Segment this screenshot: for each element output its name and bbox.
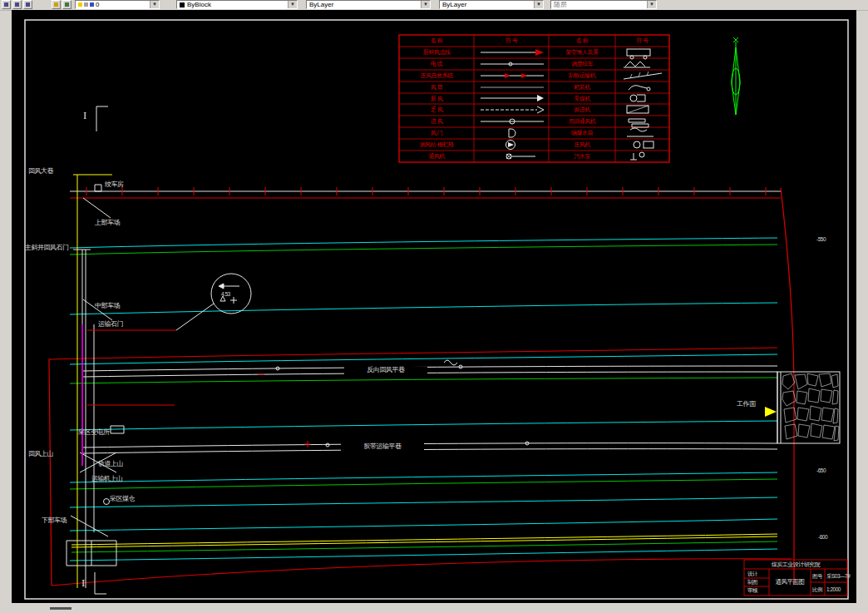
legend-row-label: 压风自救系统 (400, 72, 473, 78)
legend-symbol-cable-line (481, 62, 544, 66)
cross-mark-icon (230, 297, 237, 304)
gallery-red-marks (258, 374, 311, 447)
toolbar-button-1[interactable] (2, 0, 11, 9)
legend-symbol-rock-loader (629, 86, 650, 91)
plotstyle-combo[interactable]: 随层 ▼ (550, 0, 657, 9)
label-working-face: 工作面 (737, 401, 756, 408)
tool-icon (26, 2, 30, 7)
color-combo[interactable]: ByBlock ▼ (176, 0, 298, 9)
freeze-icon (84, 2, 88, 7)
chevron-down-icon[interactable]: ▼ (647, 1, 656, 8)
titleblock-no-label: 图号 (812, 574, 822, 580)
section-marks (95, 106, 108, 594)
titleblock-org: 煤炭工业设计研究院 (744, 561, 847, 567)
leader-line (176, 304, 214, 330)
legend-header-symbol-1: 符 号 (474, 37, 549, 43)
contour-cyan-3 (70, 354, 777, 364)
legend-row-label: 新 风 (400, 96, 473, 101)
legend-row-label: 新鲜风流线 (400, 49, 473, 55)
survey-baseline (70, 187, 781, 198)
legend-symbol-compressor (634, 141, 653, 148)
legend-row-label: 压风机 (550, 141, 614, 147)
station-mark (326, 443, 329, 447)
lineweight-combo[interactable]: ByLayer ▼ (439, 0, 544, 9)
detail-callout (176, 274, 251, 330)
face-arrow-icon (765, 407, 777, 417)
toolbar-button-3[interactable] (23, 0, 32, 9)
titleblock-scale-label: 比例 (812, 587, 822, 593)
north-arrow-icon (732, 37, 740, 115)
label-elevation-600: -600 (818, 534, 827, 540)
contour-cyan-6 (70, 497, 777, 507)
layer-combo-value: 0 (96, 1, 99, 8)
titleblock-draft-label: 制图 (747, 580, 757, 586)
tool-icon (4, 2, 8, 7)
label-lower-yard: 下部车场 (42, 517, 67, 525)
legend-symbol-water-bag-barrier (627, 128, 653, 136)
lineweight-combo-value: ByLayer (442, 1, 466, 8)
layer-states-button[interactable] (62, 0, 72, 9)
lock-icon (90, 2, 94, 7)
legend-row-label: 耙装机 (550, 84, 614, 90)
label-return-air-gallery: 反向回风平巷 (344, 367, 427, 374)
legend-header-name-2: 名 称 (549, 37, 615, 43)
color-swatch-icon (180, 2, 185, 7)
bulb-icon (78, 2, 82, 7)
legend-symbol-shearer (630, 95, 645, 101)
legend-symbol-return-air-arrow (481, 106, 544, 113)
boundary-left (49, 359, 52, 586)
cad-window: 0 ▼ ByBlock ▼ ByLayer ▼ ByLayer ▼ 随层 ▼ (0, 0, 868, 613)
legend-row-label: 刮板运输机 (550, 72, 614, 78)
section-mark-top: I (83, 110, 86, 121)
contour-lines (49, 238, 777, 561)
toolbar-button-2[interactable] (12, 0, 22, 9)
contour-cyan-1 (70, 238, 777, 248)
label-upper-yard: 上部车场 (95, 220, 120, 227)
legend-row-label: 调度绞车 (550, 61, 614, 67)
airway-yellow (73, 175, 112, 588)
legend-symbols-right (624, 49, 662, 160)
legend-row-label: 局部通风机 (550, 118, 614, 124)
legend-symbol-intake-air-arrow (481, 95, 544, 101)
label-conveyor-incline: 运输机上山 (91, 476, 123, 483)
layer-combo[interactable]: 0 ▼ (75, 0, 160, 9)
label-return-main-roadway: 回风大巷 (28, 168, 53, 175)
legend-row-label: 测风站·栅栏格 (400, 141, 473, 147)
legend-header-name-1: 名 称 (399, 37, 474, 43)
drawing-canvas[interactable]: 回风大巷 绞车房 上部车场 主斜井回风石门 中部车场 运输石门 采区变电所 回风… (12, 10, 856, 603)
color-combo-value: ByBlock (187, 1, 211, 8)
section-mark-bottom: I (81, 577, 85, 589)
chevron-down-icon[interactable]: ▼ (421, 1, 430, 8)
titleblock-scale-value: 1:2000 (826, 587, 841, 593)
contour-green-1 (70, 245, 777, 255)
legend-row-label: 风 筒 (400, 84, 473, 90)
layer-state-icon (65, 2, 69, 7)
label-callout-value: 4.53 (221, 291, 230, 297)
boundary-bottom (52, 559, 792, 586)
contour-cyan-4 (70, 421, 777, 430)
chevron-down-icon[interactable]: ▼ (150, 1, 159, 8)
linetype-combo[interactable]: ByLayer ▼ (306, 0, 431, 9)
layers-dialog-button[interactable] (52, 0, 61, 9)
legend-row-label: 风 门 (400, 130, 473, 136)
titleblock-drawing-title: 通风平面图 (769, 579, 811, 586)
label-middle-yard: 中部车场 (95, 303, 120, 310)
label-main-incline-crosscut: 主斜井回风石门 (25, 245, 69, 252)
legend-header-symbol-2: 符 号 (615, 37, 669, 43)
arrowhead-icon (219, 284, 224, 289)
legend-symbol-main-fan (506, 154, 535, 159)
legend-row-label: 污水泵 (550, 153, 614, 159)
legend-symbol-man-rider-device (627, 49, 650, 59)
label-belt-gallery: 胶带运输平巷 (341, 443, 424, 451)
legend-symbol-dispatch-winch (624, 62, 650, 67)
label-track-incline: 轨道上山 (98, 461, 123, 468)
goaf-rubble-hatch (782, 373, 839, 441)
chevron-down-icon[interactable]: ▼ (288, 1, 297, 8)
chevron-down-icon[interactable]: ▼ (534, 1, 543, 8)
squiggle-mark (444, 360, 457, 365)
belt-gallery-bottom (83, 449, 777, 453)
contour-cyan-7 (70, 519, 777, 531)
legend-symbol-measuring-station (506, 141, 515, 150)
legend-row-label: 电 缆 (400, 61, 473, 67)
tool-icon (15, 2, 19, 7)
